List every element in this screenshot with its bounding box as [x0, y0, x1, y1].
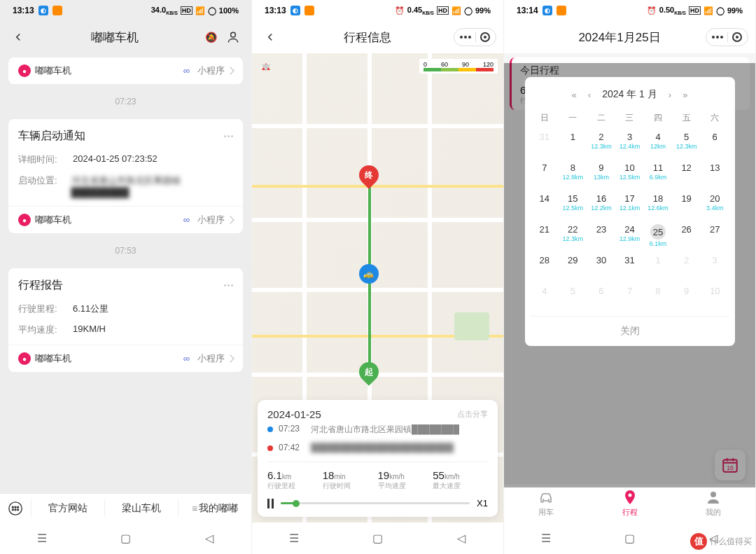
calendar-day[interactable]: 3 [701, 251, 729, 282]
alarm-icon: ⏰ [647, 6, 657, 15]
miniapp-menu[interactable] [706, 28, 748, 46]
calendar-day[interactable]: 1012.5km [615, 159, 644, 190]
more-icon[interactable] [460, 36, 471, 39]
calendar-day[interactable]: 19 [672, 190, 701, 221]
calendar-day[interactable]: 1 [559, 128, 587, 159]
calendar-day[interactable]: 12 [672, 159, 701, 190]
app-source-row[interactable]: ● 嘟嘟车机 ∞小程序 [8, 206, 243, 233]
next-month-button[interactable]: › [668, 90, 671, 100]
map-view[interactable]: 06090120 终 🚕 起 2024-01-25点击分享 07:23河北省唐山… [252, 53, 503, 522]
calendar-day[interactable]: 2412.9km [615, 221, 644, 251]
calendar-day[interactable]: 26 [672, 221, 701, 251]
calendar-day[interactable]: 10 [701, 282, 729, 313]
svg-point-4 [18, 506, 19, 508]
stat-item: 6.1km行驶里程 [267, 469, 323, 491]
calendar-day[interactable]: 13 [701, 159, 729, 190]
close-icon[interactable] [480, 32, 490, 42]
calendar-day[interactable]: 29 [559, 251, 587, 282]
time-separator: 07:53 [0, 239, 251, 263]
nav-back[interactable]: ◁ [454, 532, 468, 546]
svg-point-5 [12, 508, 13, 510]
calendar-close-button[interactable]: 关闭 [531, 316, 729, 346]
car-marker[interactable]: 🚕 [359, 264, 379, 284]
app-logo-icon: ● [18, 214, 31, 226]
nav-back[interactable]: ◁ [202, 532, 216, 546]
dow-label: 六 [701, 108, 729, 128]
share-button[interactable]: 点击分享 [457, 409, 488, 420]
nav-user[interactable]: 我的 [671, 484, 755, 522]
calendar-day[interactable]: 6 [701, 128, 729, 159]
calendar-day[interactable]: 21 [531, 221, 559, 251]
playback-slider[interactable] [281, 502, 470, 504]
calendar-day[interactable]: 812.8km [559, 159, 587, 190]
more-icon[interactable] [224, 284, 233, 286]
svg-point-0 [231, 32, 236, 37]
page-title[interactable]: 2024年1月25日 [533, 29, 706, 46]
nav-home[interactable]: ▢ [370, 532, 384, 546]
app-icon-1: ◐ [38, 6, 48, 15]
calendar-day[interactable]: 31 [531, 128, 559, 159]
miniapp-menu[interactable] [454, 28, 496, 46]
nav-pin[interactable]: 行程 [588, 484, 672, 522]
calendar-day[interactable]: 7 [615, 282, 644, 313]
prev-month-button[interactable]: ‹ [588, 90, 591, 100]
calendar-day[interactable]: 512.3km [672, 128, 701, 159]
calendar-day[interactable]: 14 [531, 190, 559, 221]
calendar-day[interactable]: 2 [672, 251, 701, 282]
nav-recent[interactable]: ☰ [539, 532, 553, 546]
calendar-day[interactable]: 256.1km [644, 221, 673, 251]
distance-value: 6.11公里 [73, 303, 108, 315]
pause-button[interactable] [267, 499, 274, 508]
nav-recent[interactable]: ☰ [287, 532, 301, 546]
calendar-day[interactable]: 1 [644, 251, 673, 282]
close-icon[interactable] [732, 32, 742, 42]
calendar-day[interactable]: 8 [644, 282, 673, 313]
calendar-day[interactable]: 116.9km [644, 159, 673, 190]
tab-official-site[interactable]: 官方网站 [31, 500, 104, 517]
calendar-day[interactable]: 1812.6km [644, 190, 673, 221]
app-logo-icon: ● [18, 64, 31, 77]
calendar-day[interactable]: 31 [615, 251, 644, 282]
calendar-day[interactable]: 1512.5km [559, 190, 587, 221]
start-marker[interactable]: 起 [355, 358, 383, 386]
compass-icon[interactable] [258, 59, 274, 76]
signal-icon: 📶 [451, 6, 461, 15]
keyboard-button[interactable] [0, 501, 31, 516]
stat-item: 19km/h平均速度 [378, 469, 433, 491]
calendar-day[interactable]: 2212.3km [559, 221, 587, 251]
more-icon[interactable] [224, 135, 233, 137]
calendar-day[interactable]: 30 [587, 251, 616, 282]
calendar-day[interactable]: 4 [531, 282, 559, 313]
nav-home[interactable]: ▢ [622, 532, 636, 546]
calendar-day[interactable]: 1712.1km [615, 190, 644, 221]
calendar-day[interactable]: 6 [587, 282, 616, 313]
nav-car[interactable]: 用车 [504, 484, 588, 522]
calendar-day[interactable]: 913km [587, 159, 616, 190]
calendar-day[interactable]: 312.4km [615, 128, 644, 159]
back-button[interactable] [259, 31, 281, 43]
app-source-row[interactable]: ● 嘟嘟车机 ∞小程序 [8, 57, 243, 84]
calendar-day[interactable]: 27 [701, 221, 729, 251]
app-name: 嘟嘟车机 [35, 64, 183, 77]
back-button[interactable] [7, 31, 29, 43]
calendar-day[interactable]: 212.3km [587, 128, 616, 159]
prev-year-button[interactable]: « [572, 90, 577, 100]
nav-recent[interactable]: ☰ [35, 532, 49, 546]
calendar-day[interactable]: 412km [644, 128, 673, 159]
next-year-button[interactable]: » [682, 90, 687, 100]
more-icon[interactable] [712, 36, 723, 39]
tab-liangshan[interactable]: 梁山车机 [104, 500, 178, 517]
calendar-day[interactable]: 9 [672, 282, 701, 313]
calendar-day[interactable]: 1612.2km [587, 190, 616, 221]
playback-speed[interactable]: X1 [477, 498, 488, 508]
user-button[interactable] [222, 30, 244, 44]
calendar-overlay[interactable]: « ‹ 2024 年 1 月 › » 日一二三四五六 311212.3km312… [504, 63, 755, 487]
app-source-row[interactable]: ● 嘟嘟车机 ∞小程序 [8, 345, 243, 372]
calendar-day[interactable]: 203.4km [701, 190, 729, 221]
nav-home[interactable]: ▢ [118, 532, 132, 546]
tab-my-dudu[interactable]: ≡我的嘟嘟 [178, 500, 251, 517]
calendar-day[interactable]: 23 [587, 221, 616, 251]
calendar-day[interactable]: 7 [531, 159, 559, 190]
calendar-day[interactable]: 28 [531, 251, 559, 282]
calendar-day[interactable]: 5 [559, 282, 587, 313]
